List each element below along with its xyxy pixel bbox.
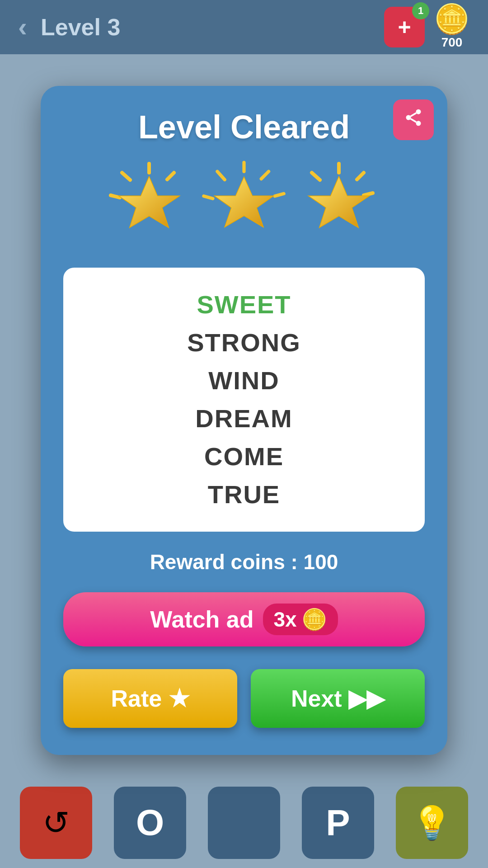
letter-p-icon: P [326,802,350,844]
svg-line-3 [411,119,417,122]
reward-text: Reward coins : 100 [63,550,425,574]
word-sweet: SWEET [90,286,398,324]
header: ‹ Level 3 + 1 🪙 700 [0,0,488,54]
svg-line-13 [217,171,225,179]
back-button[interactable]: ‹ [18,14,27,41]
plus-icon: + [398,16,411,38]
star-3 [294,159,384,250]
svg-line-19 [357,173,364,179]
add-button[interactable]: + 1 [384,7,425,47]
svg-marker-10 [120,177,178,227]
letter-o-tool-button[interactable]: O [114,787,186,859]
word-wind: WIND [90,362,398,400]
svg-line-15 [275,193,284,196]
share-button[interactable] [393,99,434,140]
word-come: COME [90,438,398,476]
multiplier-text: 3x [274,607,297,632]
lightbulb-icon: 💡 [412,804,452,842]
watch-ad-badge: 3x 🪙 [263,604,338,635]
svg-point-0 [416,109,421,114]
svg-line-20 [364,193,373,195]
empty-tool-button[interactable] [208,787,280,859]
svg-line-12 [261,171,268,179]
svg-line-7 [122,173,130,180]
word-true: TRUE [90,476,398,514]
modal-overlay: Level Cleared [0,54,488,787]
level-title: Level 3 [41,14,120,41]
action-buttons: Rate ★ Next ▶▶ [63,669,425,728]
bottom-toolbar: ↺ O P 💡 [0,778,488,868]
svg-line-6 [167,173,174,179]
watch-ad-label: Watch ad [150,606,253,633]
star-1 [104,159,194,250]
refresh-icon: ↺ [42,804,70,842]
modal-title: Level Cleared [63,108,425,146]
rate-label: Rate ★ [111,685,189,712]
refresh-tool-button[interactable]: ↺ [20,787,92,859]
coins-icon: 🪙 [434,5,470,33]
next-button[interactable]: Next ▶▶ [251,669,425,728]
svg-line-4 [411,113,417,116]
svg-point-1 [406,115,411,120]
level-cleared-modal: Level Cleared [41,86,447,755]
coins-display: 🪙 700 [434,5,470,50]
word-strong: STRONG [90,324,398,362]
coins-value: 700 [441,35,463,50]
svg-line-21 [312,173,320,180]
star-2 [199,159,289,250]
add-badge: 1 [412,2,429,19]
word-dream: DREAM [90,400,398,438]
letter-p-tool-button[interactable]: P [302,787,374,859]
next-label: Next ▶▶ [291,685,385,712]
stars-row [63,159,425,250]
svg-line-14 [204,196,213,198]
letter-o-icon: O [136,802,164,844]
watch-ad-button[interactable]: Watch ad 3x 🪙 [63,592,425,646]
svg-point-2 [416,121,421,126]
hint-tool-button[interactable]: 💡 [396,787,468,859]
coin-icon: 🪙 [301,607,327,632]
svg-marker-17 [215,178,272,226]
svg-marker-23 [310,177,368,227]
rate-button[interactable]: Rate ★ [63,669,237,728]
share-icon [404,108,423,132]
word-list-box: SWEET STRONG WIND DREAM COME TRUE [63,268,425,532]
header-right: + 1 🪙 700 [384,5,470,50]
